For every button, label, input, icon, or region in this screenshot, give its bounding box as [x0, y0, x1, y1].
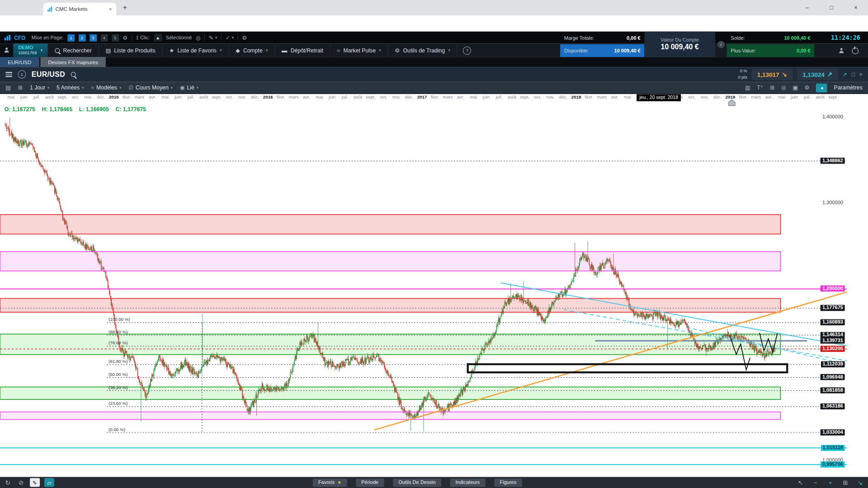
svg-text:(61.80 %): (61.80 %)	[108, 359, 127, 364]
time-axis-label: août	[508, 94, 516, 99]
window-maximize-button[interactable]: □	[819, 0, 844, 15]
layout-page-2[interactable]: 2	[78, 34, 85, 41]
svg-text:(78.60 %): (78.60 %)	[108, 340, 127, 345]
chart-bottom-bar: ↻ ⊘ ✎ ▱ Favoris★ Période Outils De Dessi…	[0, 477, 868, 488]
expand-icon[interactable]: ↘	[856, 479, 865, 486]
selected-label: Sélectionné	[166, 35, 192, 40]
zoom-out-icon[interactable]: −	[811, 479, 820, 486]
price-label: 1,146314	[821, 332, 844, 338]
time-axis-label: juin	[483, 94, 490, 99]
layout-settings-gear-icon[interactable]: ⚙	[123, 35, 127, 41]
tab-fx-majors[interactable]: Devises FX majeures	[40, 57, 106, 67]
time-axis-label: août	[199, 94, 208, 99]
window-close-button[interactable]: ×	[844, 0, 868, 15]
chart-type-icon[interactable]: ▥	[745, 84, 750, 90]
price-label: 1,139731	[821, 338, 844, 343]
layout-page-1[interactable]: 1	[67, 34, 75, 41]
grid-icon[interactable]: ⊞	[770, 84, 774, 90]
time-axis-label: sept.	[520, 94, 529, 99]
quote-panel-icon[interactable]: ▤	[5, 84, 11, 90]
favorites-button[interactable]: Favoris★	[313, 479, 347, 487]
nav-search[interactable]: Rechercher	[47, 44, 98, 57]
linked-dropdown[interactable]: ◉Lié▾	[180, 84, 198, 90]
time-axis-label: févr.	[739, 94, 747, 99]
popout-icon[interactable]: ↗	[842, 71, 847, 77]
price-label: 1,130205	[821, 346, 844, 352]
browser-tab[interactable]: CMC Markets ×	[43, 3, 117, 15]
crosshair-icon[interactable]: ◎	[781, 84, 786, 90]
fit-chart-icon[interactable]: ⊞	[841, 479, 850, 486]
help-icon[interactable]: ?	[463, 46, 471, 54]
one-click-cursor-button[interactable]: ▲	[154, 34, 162, 42]
interval-dropdown[interactable]: 1 Jour▾	[30, 84, 49, 90]
zone-resistance-1[interactable]	[0, 215, 781, 234]
account-person-icon[interactable]	[839, 48, 844, 53]
parameters-button[interactable]: Paramètres	[834, 84, 862, 90]
nav-market-pulse[interactable]: ≈ Market Pulse ▾	[330, 44, 388, 57]
logout-power-icon[interactable]	[852, 47, 859, 54]
zoom-in-icon[interactable]: +	[826, 479, 835, 486]
sell-price-button[interactable]: 1,13017↘	[752, 69, 793, 80]
price-label: 1,096948	[821, 374, 844, 380]
nav-favorites-list[interactable]: ★ Liste de Favoris ▾	[162, 44, 228, 57]
price-label: 1,081858	[821, 387, 844, 393]
zone-support-3[interactable]	[0, 412, 781, 420]
layout-grid-icon[interactable]: ⊞	[18, 84, 23, 90]
layout-page-4[interactable]: 4	[100, 34, 108, 41]
clear-drawings-icon[interactable]: ⊘	[17, 479, 26, 486]
nav-account[interactable]: ◆ Compte ▾	[228, 44, 274, 57]
indicators-button[interactable]: Indicateurs	[450, 479, 485, 487]
time-axis-label: mai	[624, 94, 631, 99]
info-icon[interactable]: i	[717, 41, 725, 48]
period-button[interactable]: Période	[356, 479, 384, 487]
mid-price-dropdown[interactable]: ∅Cours Moyen▾	[128, 84, 173, 90]
user-avatar[interactable]	[0, 44, 13, 57]
collapse-panel-icon[interactable]: ◂	[816, 83, 827, 92]
window-minimize-button[interactable]: –	[795, 0, 819, 15]
price-label: 1,400000	[821, 114, 844, 120]
tab-close-icon[interactable]: ×	[109, 6, 112, 12]
chart-canvas[interactable]: (100.00 %)(88.60 %)(78.60 %)(61.80 %)(50…	[0, 94, 868, 477]
snapshot-icon[interactable]: ▣	[793, 84, 798, 90]
candlestick-chart[interactable]: (100.00 %)(88.60 %)(78.60 %)(61.80 %)(50…	[0, 94, 847, 477]
nav-product-list[interactable]: ▤ Liste de Produits	[98, 44, 162, 57]
search-icon	[55, 48, 60, 53]
text-tool-icon[interactable]: T⁺	[757, 84, 763, 90]
settings-gear-icon[interactable]: ⚙	[242, 35, 247, 41]
time-axis-label: mai	[778, 94, 785, 99]
range-dropdown[interactable]: 5 Années▾	[57, 84, 84, 90]
ascending-orange[interactable]	[374, 292, 847, 430]
price-label: 1,300000	[821, 200, 844, 206]
pin-icon[interactable]: ⚙	[805, 84, 810, 90]
buy-price-button[interactable]: 1,13024↗	[797, 69, 838, 80]
card-icon: ▬	[282, 47, 287, 53]
tab-eurusd[interactable]: EUR/USD	[0, 57, 39, 67]
time-axis-label: juin	[20, 94, 27, 99]
layout-page-3[interactable]: 3	[90, 34, 97, 41]
support-box[interactable]	[468, 364, 788, 372]
price-label: 1,177675	[821, 305, 844, 311]
reset-chart-icon[interactable]: ↻	[3, 479, 12, 486]
maximize-chart-icon[interactable]: □	[851, 71, 854, 77]
account-switcher[interactable]: DEMO 10001769 ▾	[13, 44, 47, 57]
confirm-dropdown[interactable]: ✓▾	[226, 35, 234, 41]
close-chart-icon[interactable]: ×	[859, 71, 863, 77]
nav-deposit-withdraw[interactable]: ▬ Dépôt/Retrait	[274, 44, 330, 57]
tools-icon: ⚙	[395, 47, 400, 53]
brush-tool-dropdown[interactable]: ✎▾	[209, 35, 217, 41]
new-tab-button[interactable]: +	[123, 3, 127, 11]
shapes-tool-button[interactable]: ▱	[44, 478, 54, 487]
zone-resistance-3[interactable]	[0, 299, 781, 312]
models-dropdown[interactable]: ≈Modèles▾	[91, 84, 121, 90]
chart-menu-icon[interactable]	[5, 70, 12, 78]
svg-text:(100.00 %): (100.00 %)	[108, 317, 130, 322]
nav-trading-tools[interactable]: ⚙ Outils de Trading ▾	[387, 44, 457, 57]
target-icon[interactable]: ◎	[196, 35, 201, 41]
patterns-button[interactable]: Figures	[494, 479, 522, 487]
pan-icon[interactable]: ↖	[796, 479, 805, 486]
layout-page-5[interactable]: 5	[112, 34, 119, 41]
drawing-tools-button[interactable]: Outils De Dessin	[393, 479, 441, 487]
pencil-tool-button[interactable]: ✎	[30, 478, 40, 487]
zone-resistance-2[interactable]	[0, 252, 781, 271]
chart-search-icon[interactable]	[71, 72, 75, 77]
